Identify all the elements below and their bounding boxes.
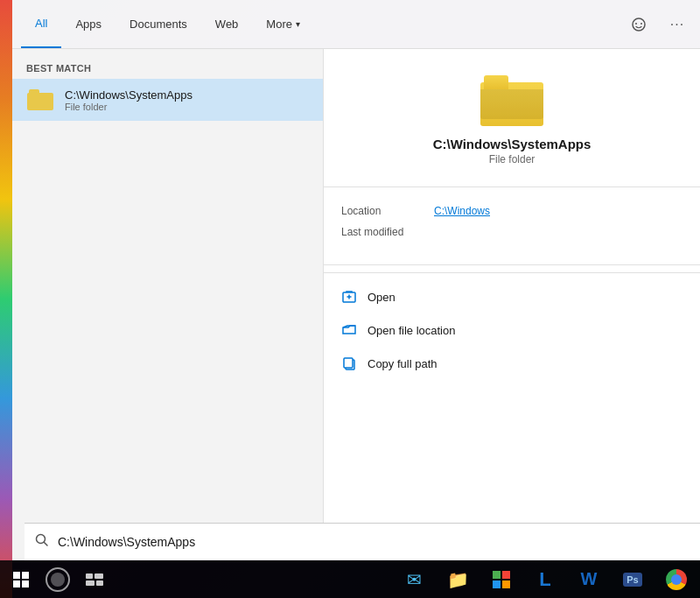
detail-info: Location C:\Windows Last modified: [324, 194, 700, 257]
tiles-app[interactable]: [481, 560, 522, 598]
svg-point-1: [635, 23, 637, 25]
open-action[interactable]: Open: [324, 280, 700, 313]
more-options-icon[interactable]: ···: [663, 11, 691, 39]
svg-rect-18: [493, 580, 500, 588]
search-box-area: [24, 523, 700, 560]
svg-rect-16: [493, 571, 500, 579]
location-label: Location: [341, 205, 420, 217]
result-title: C:\Windows\SystemApps: [65, 88, 192, 102]
detail-actions: Open Open file location: [324, 272, 700, 387]
last-modified-label: Last modified: [341, 226, 420, 238]
file-explorer-app[interactable]: 📁: [438, 560, 478, 598]
left-color-strip: [0, 0, 12, 598]
location-row: Location C:\Windows: [341, 205, 682, 217]
open-label: Open: [368, 291, 396, 304]
results-panel: Best match C:\Windows\SystemApps File fo…: [12, 49, 323, 560]
chrome-app[interactable]: [656, 560, 696, 598]
l-app[interactable]: L: [525, 560, 565, 598]
open-file-location-label: Open file location: [368, 324, 455, 337]
taskbar-right: ✉ 📁 L W Ps: [394, 560, 696, 598]
taskbar: ✉ 📁 L W Ps: [0, 560, 700, 598]
photoshop-app[interactable]: Ps: [612, 560, 653, 598]
last-modified-row: Last modified: [341, 226, 682, 238]
open-file-location-icon: [341, 322, 357, 338]
tabs-bar: All Apps Documents Web More ▾: [12, 0, 700, 49]
svg-rect-17: [502, 571, 510, 579]
svg-line-7: [45, 543, 48, 546]
svg-point-0: [633, 18, 645, 31]
result-subtitle: File folder: [65, 102, 192, 112]
svg-rect-15: [96, 580, 103, 586]
tabs-right: ···: [625, 11, 691, 39]
feedback-icon[interactable]: [625, 11, 653, 39]
svg-rect-12: [86, 573, 93, 579]
open-icon: [341, 289, 357, 305]
folder-icon-small: [26, 86, 54, 114]
start-button[interactable]: [4, 560, 38, 598]
detail-type: File folder: [489, 153, 536, 165]
copy-icon: [341, 355, 357, 371]
detail-icon-area: C:\Windows\SystemApps File folder: [324, 49, 700, 179]
svg-rect-13: [94, 573, 103, 579]
best-match-label: Best match: [12, 60, 323, 79]
svg-rect-9: [22, 572, 29, 579]
chevron-down-icon: ▾: [296, 19, 300, 29]
detail-divider-2: [324, 264, 700, 265]
tab-documents[interactable]: Documents: [116, 0, 201, 48]
cortana-button[interactable]: [40, 560, 75, 598]
svg-rect-8: [13, 572, 20, 579]
open-file-location-action[interactable]: Open file location: [324, 313, 700, 347]
tab-apps[interactable]: Apps: [61, 0, 116, 48]
svg-rect-10: [13, 580, 20, 587]
location-value[interactable]: C:\Windows: [434, 205, 490, 217]
tab-all[interactable]: All: [21, 0, 61, 48]
content-area: Best match C:\Windows\SystemApps File fo…: [12, 49, 700, 560]
copy-full-path-action[interactable]: Copy full path: [324, 347, 700, 380]
svg-rect-14: [86, 580, 94, 586]
tab-more[interactable]: More ▾: [252, 0, 314, 48]
word-app[interactable]: W: [569, 560, 609, 598]
svg-point-2: [640, 23, 642, 25]
folder-icon-large: [480, 75, 543, 126]
search-input[interactable]: [58, 535, 700, 549]
detail-name: C:\Windows\SystemApps: [433, 137, 592, 151]
task-view-button[interactable]: [77, 560, 112, 598]
svg-rect-11: [22, 580, 29, 587]
detail-panel: C:\Windows\SystemApps File folder Locati…: [323, 49, 700, 560]
result-item[interactable]: C:\Windows\SystemApps File folder: [12, 79, 323, 121]
detail-divider: [324, 186, 700, 187]
copy-full-path-label: Copy full path: [368, 357, 438, 370]
mail-app[interactable]: ✉: [394, 560, 434, 598]
svg-rect-19: [502, 580, 510, 588]
search-box-icon: [35, 533, 49, 551]
tab-web[interactable]: Web: [201, 0, 253, 48]
svg-rect-5: [344, 358, 353, 368]
search-panel: All Apps Documents Web More ▾: [12, 0, 700, 560]
